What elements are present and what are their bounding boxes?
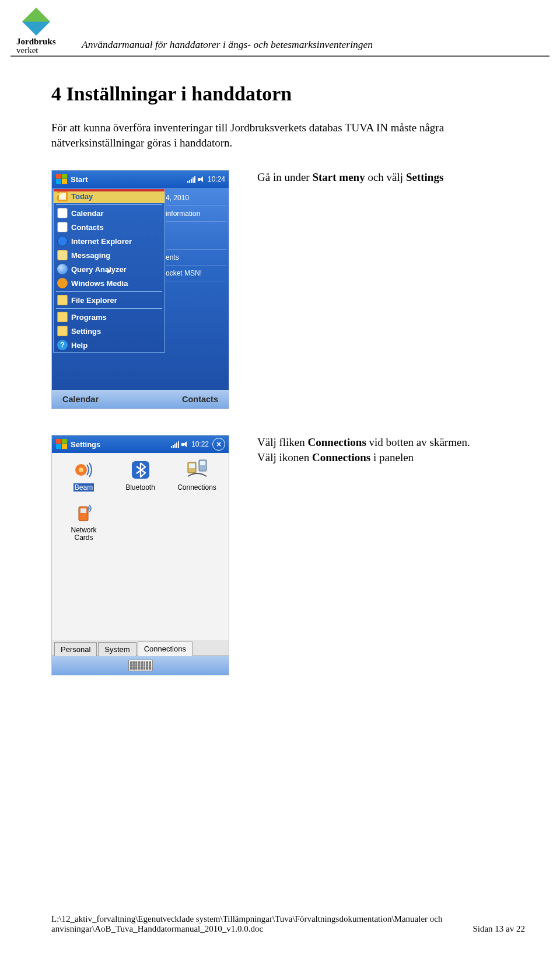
tab-connections[interactable]: Connections <box>138 642 192 656</box>
messaging-icon <box>57 250 68 260</box>
caption-bold: Connections <box>312 451 370 463</box>
bg-owner-info: information <box>166 206 226 222</box>
svg-point-1 <box>79 468 83 472</box>
menu-label: Messaging <box>71 251 110 260</box>
caption-bold: Settings <box>406 171 443 183</box>
menu-label: Contacts <box>71 223 104 232</box>
menu-item-help[interactable]: ?Help <box>54 338 164 352</box>
menu-item-file-explorer[interactable]: File Explorer <box>54 293 164 307</box>
titlebar-app: Start <box>71 175 184 184</box>
bg-appointments: ents <box>166 250 226 266</box>
file-explorer-icon <box>57 295 68 305</box>
figure-caption-2: Välj fliken Connections vid botten av sk… <box>257 435 470 465</box>
settings-icon <box>57 326 68 336</box>
menu-label: Windows Media <box>71 279 128 288</box>
footer-line1: L:\12_aktiv_forvaltning\Egenutvecklade s… <box>51 914 442 924</box>
bg-date: 4, 2010 <box>166 190 226 206</box>
menu-item-contacts[interactable]: Contacts <box>54 220 164 234</box>
icon-network-cards[interactable]: Network Cards <box>58 502 110 542</box>
caption-text: Gå in under <box>257 171 312 183</box>
signal-icon <box>171 441 179 448</box>
titlebar-app: Settings <box>71 440 167 449</box>
bg-pocket-msn: ocket MSN! <box>166 266 226 281</box>
page-footer: L:\12_aktiv_forvaltning\Egenutvecklade s… <box>51 914 525 934</box>
status-area: 10:24 <box>187 175 225 183</box>
icon-beam[interactable]: Beam <box>58 459 110 492</box>
icon-bluetooth[interactable]: Bluetooth <box>114 459 166 492</box>
clock: 10:24 <box>208 175 225 183</box>
menu-item-settings[interactable]: Settings <box>54 324 164 338</box>
start-menu-panel: Today Calendar Contacts Internet Explore… <box>53 189 165 353</box>
softkey-bar: Calendar Contacts <box>52 390 229 409</box>
svg-rect-8 <box>80 508 86 513</box>
ie-icon <box>57 236 68 246</box>
titlebar: Settings 10:22 × <box>52 435 229 453</box>
help-icon: ? <box>57 340 68 350</box>
caption-text: Välj fliken <box>257 436 308 448</box>
caption-text: i panelen <box>370 451 414 463</box>
softkey-right[interactable]: Contacts <box>182 395 218 404</box>
intro-paragraph: För att kunna överföra inventeringar til… <box>51 120 495 150</box>
titlebar: Start 10:24 <box>52 170 229 188</box>
windows-flag-icon[interactable] <box>55 438 67 450</box>
caption-text: och välj <box>365 171 406 183</box>
device-body: 4, 2010 information ents ocket MSN! Toda… <box>52 188 229 390</box>
tab-system[interactable]: System <box>98 642 136 656</box>
programs-icon <box>57 312 68 322</box>
page-number: Sidan 13 av 22 <box>473 924 525 934</box>
footer-path: L:\12_aktiv_forvaltning\Egenutvecklade s… <box>51 914 442 934</box>
tab-personal[interactable]: Personal <box>54 642 97 656</box>
menu-item-internet-explorer[interactable]: Internet Explorer <box>54 234 164 248</box>
keyboard-toggle-icon[interactable] <box>128 660 153 671</box>
windows-flag-icon[interactable] <box>55 173 67 185</box>
logo-line1: Jordbruks <box>16 37 56 46</box>
caption-text: vid botten av skärmen. <box>366 436 470 448</box>
menu-label: Settings <box>71 327 101 336</box>
bluetooth-icon <box>130 459 152 481</box>
icon-label: Beam <box>74 483 94 492</box>
query-analyzer-icon <box>57 264 68 274</box>
menu-label: Programs <box>71 313 107 322</box>
figure-caption-1: Gå in under Start meny och välj Settings <box>257 170 443 185</box>
softkey-bar <box>52 656 229 675</box>
network-cards-icon <box>73 502 95 524</box>
speaker-icon <box>198 176 205 183</box>
logo-icon <box>22 8 50 36</box>
menu-label: File Explorer <box>71 296 117 305</box>
menu-label: Calendar <box>71 209 104 218</box>
menu-item-programs[interactable]: Programs <box>54 310 164 324</box>
caption-text: Välj ikonen <box>257 451 312 463</box>
menu-item-windows-media[interactable]: Windows Media <box>54 276 164 290</box>
logo-line2: verket <box>16 46 38 55</box>
caption-bold: Connections <box>308 436 366 448</box>
menu-label: Internet Explorer <box>71 237 132 246</box>
contacts-icon <box>57 222 68 232</box>
icon-label: Connections <box>177 483 216 492</box>
connections-icon <box>186 459 208 481</box>
icon-label: Network Cards <box>71 527 96 542</box>
caption-bold: Start meny <box>312 171 365 183</box>
figure-row-2: Settings 10:22 × Beam <box>51 435 525 675</box>
close-button[interactable]: × <box>212 438 225 451</box>
icon-label: Bluetooth <box>125 483 155 492</box>
clock: 10:22 <box>191 440 209 448</box>
screenshot-settings-connections: Settings 10:22 × Beam <box>51 435 229 675</box>
footer-line2: anvisningar\AoB_Tuva_Handdatormanual_201… <box>51 924 442 934</box>
menu-item-messaging[interactable]: Messaging <box>54 248 164 262</box>
menu-item-calendar[interactable]: Calendar <box>54 206 164 220</box>
logo: Jordbruks verket <box>16 12 56 55</box>
speaker-icon <box>181 441 189 448</box>
settings-grid: Beam Bluetooth Connections <box>58 459 223 542</box>
signal-icon <box>187 176 195 183</box>
page-header: Jordbruks verket Användarmanual för hand… <box>10 9 550 57</box>
heading: 4 Inställningar i handdatorn <box>51 83 525 105</box>
menu-label: Today <box>71 192 93 201</box>
calendar-icon <box>57 208 68 218</box>
softkey-left[interactable]: Calendar <box>62 395 99 404</box>
header-running-title: Användarmanual för handdatorer i ängs- o… <box>82 39 373 51</box>
menu-label: Query Analyzer <box>71 265 127 274</box>
svg-rect-4 <box>189 463 195 468</box>
windows-media-icon <box>57 278 68 288</box>
icon-connections[interactable]: Connections <box>171 459 223 492</box>
figure-row-1: Start 10:24 4, 2010 information ents ock… <box>51 170 525 409</box>
